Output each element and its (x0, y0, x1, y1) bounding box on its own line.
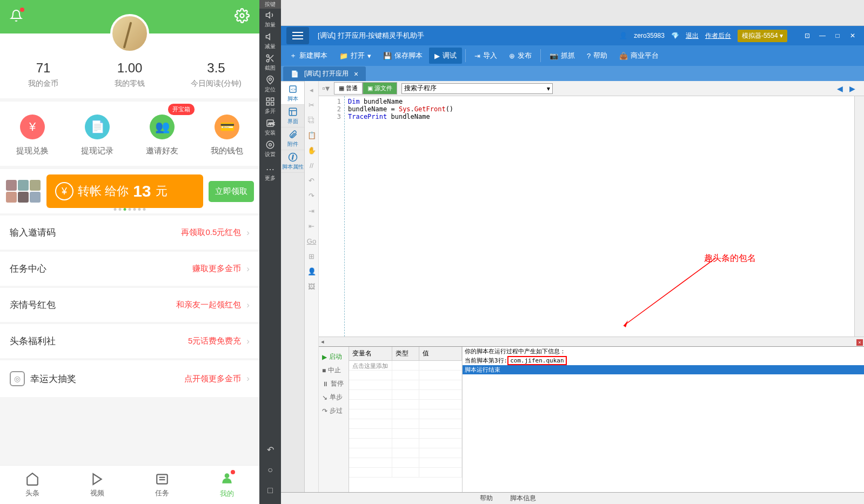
lt-attach[interactable]: 附件 (281, 127, 304, 150)
action-withdraw[interactable]: ¥提现兑换 (0, 115, 65, 156)
ts-undo[interactable]: ↶ (306, 175, 317, 186)
ts-copy[interactable]: ⿻ (306, 115, 317, 125)
tab-headlines[interactable]: 头条 (0, 466, 65, 504)
svg-point-13 (269, 78, 272, 80)
code-text[interactable]: Dim bundleName bundleName = Sys.GetFront… (345, 96, 854, 337)
view-toggle: ▦ 普通 ▣ 源文件 (334, 82, 397, 95)
author-link[interactable]: 作者后台 (705, 31, 731, 41)
list-welfare[interactable]: 头条福利社5元话费免费充› (0, 324, 259, 358)
tb-import[interactable]: ⇥导入 (469, 48, 503, 64)
svg-line-32 (624, 258, 715, 326)
dbg-pause[interactable]: ⏸ 暂停 (320, 377, 347, 391)
action-records[interactable]: 📄提现记录 (65, 115, 130, 156)
stat-reading[interactable]: 3.5今日阅读(分钟) (173, 61, 259, 89)
list-family[interactable]: 亲情号红包和亲友一起领红包› (0, 288, 259, 322)
ts-indent[interactable]: ⇥ (306, 205, 317, 216)
mode-normal[interactable]: ▦ 普通 (334, 82, 363, 95)
svg-marker-7 (266, 34, 270, 40)
volume-down-icon (265, 32, 275, 42)
nav-prev-icon[interactable]: ◀ (837, 84, 843, 93)
ts-misc[interactable]: ⊞ (306, 251, 317, 261)
var-body[interactable]: 点击这里添加 (349, 361, 462, 493)
promo-banner[interactable]: ¥ 转帐 给你 13 元 立即领取 (0, 169, 259, 213)
close-icon[interactable]: × (354, 70, 358, 78)
lt-script[interactable]: <>脚本 (281, 82, 304, 105)
avatar[interactable] (110, 14, 149, 53)
ds-locate[interactable]: 定位 (259, 73, 281, 95)
dbg-stop[interactable]: ■ 中止 (320, 364, 347, 377)
ds-screenshot[interactable]: 截图 (259, 52, 281, 73)
tab-mine[interactable]: 我的 (195, 466, 259, 504)
action-invite[interactable]: 👥邀请好友 (130, 115, 195, 156)
gear-icon (265, 140, 275, 150)
dbg-run[interactable]: ▶ 启动 (320, 350, 347, 364)
ds-volume-down[interactable]: 减量 (259, 30, 281, 52)
hamburger-icon[interactable] (286, 27, 309, 44)
stat-coins[interactable]: 71我的金币 (0, 61, 86, 89)
ds-volume-up[interactable]: 加量 (259, 9, 281, 30)
ct-picker[interactable]: ▫▾ (322, 83, 330, 93)
tab-video[interactable]: 视频 (65, 466, 130, 504)
debug-close-icon[interactable]: × (856, 339, 863, 346)
ds-more[interactable]: 更多 (259, 164, 281, 182)
status-script-info[interactable]: 脚本信息 (506, 493, 540, 504)
recent-icon[interactable]: □ (259, 481, 281, 500)
window-close-icon[interactable]: ✕ (847, 31, 859, 41)
tb-publish[interactable]: ⊕发布 (504, 48, 537, 64)
ts-img[interactable]: 🖼 (306, 281, 317, 292)
mode-source[interactable]: ▣ 源文件 (363, 82, 397, 95)
claim-button[interactable]: 立即领取 (209, 181, 254, 202)
scissors-icon (265, 53, 275, 63)
window-maximize-icon[interactable]: □ (832, 31, 843, 41)
ds-settings[interactable]: 设置 (259, 138, 281, 160)
dbg-step[interactable]: ↘ 单步 (320, 391, 347, 404)
ts-hand[interactable]: ✋ (306, 145, 317, 156)
svg-line-11 (271, 59, 273, 62)
import-icon: ⇥ (474, 52, 480, 60)
tab-tasks[interactable]: 任务 (130, 466, 195, 504)
tb-capture[interactable]: 📷抓抓 (544, 48, 580, 64)
lt-props[interactable]: i脚本属性 (281, 150, 304, 173)
tb-debug[interactable]: ▶调试 (429, 48, 462, 64)
tb-open[interactable]: 📁打开▾ (334, 48, 377, 64)
window-minimize-icon[interactable]: — (816, 31, 828, 41)
status-help[interactable]: 帮助 (475, 493, 497, 504)
gear-icon[interactable] (235, 8, 250, 25)
stat-money[interactable]: 1.00我的零钱 (86, 61, 173, 89)
ts-redo[interactable]: ↷ (306, 190, 317, 201)
list-task-center[interactable]: 任务中心赚取更多金币› (0, 252, 259, 286)
search-combo[interactable]: 搜索子程序▾ (401, 83, 553, 94)
ts-cut[interactable]: ✂ (306, 99, 317, 110)
list-lottery[interactable]: ◎幸运大抽奖点开领更多金币› (0, 360, 259, 397)
plus-icon: ＋ (290, 51, 297, 61)
ds-top[interactable]: 按键 (259, 0, 281, 9)
action-wallet[interactable]: 💳我的钱包 (195, 115, 259, 156)
file-tab[interactable]: 📄 [调试] 打开应用 × (283, 66, 366, 81)
window-pin-icon[interactable]: ⊡ (801, 31, 813, 41)
tb-save[interactable]: 💾保存脚本 (378, 48, 428, 64)
ts-paste[interactable]: 📋 (306, 130, 317, 140)
ts-nav[interactable]: ◂ (306, 84, 317, 95)
bell-icon[interactable] (10, 9, 23, 24)
ts-outdent[interactable]: ⇤ (306, 220, 317, 231)
nav-next-icon[interactable]: ▶ (849, 84, 855, 93)
ds-multi[interactable]: 多开 (259, 95, 281, 117)
user-area: 👤 zero35983 💎 退出 作者后台 模拟器-5554 ▾ ⊡ — □ ✕ (619, 30, 859, 42)
home-icon[interactable]: ○ (259, 461, 281, 479)
tb-new[interactable]: ＋新建脚本 (284, 48, 333, 64)
list-invite-code[interactable]: 输入邀请码再领取0.5元红包› (0, 216, 259, 250)
code-area[interactable]: 123 Dim bundleName bundleName = Sys.GetF… (319, 96, 864, 337)
ts-misc2[interactable]: 👤 (306, 266, 317, 277)
tb-help[interactable]: ?帮助 (581, 48, 613, 64)
dbg-stepover[interactable]: ↷ 步过 (320, 404, 347, 418)
ts-comment[interactable]: // (306, 160, 317, 171)
ds-install[interactable]: APK安装 (259, 117, 281, 138)
tb-business[interactable]: 👜商业平台 (614, 48, 664, 64)
back-icon[interactable]: ↶ (259, 440, 281, 459)
scrollbar-v[interactable] (854, 96, 864, 337)
ts-go[interactable]: Go (306, 236, 317, 246)
logout-link[interactable]: 退出 (686, 31, 699, 41)
lt-ui[interactable]: 界面 (281, 105, 304, 127)
scrollbar-h[interactable]: ◂▸ (319, 337, 864, 346)
simulator-badge[interactable]: 模拟器-5554 ▾ (738, 30, 787, 42)
